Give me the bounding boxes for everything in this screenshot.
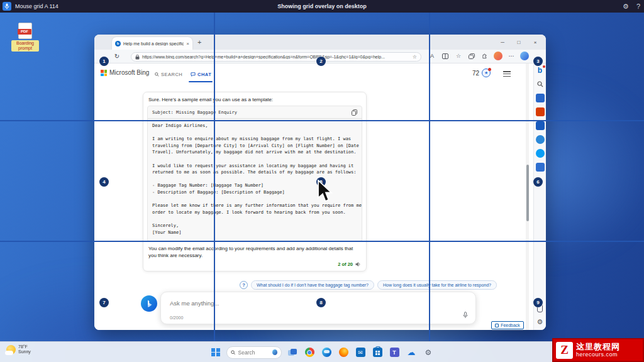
bing-chat-page: Microsoft Bing SEARCH CHAT 72 ★ Sure (94, 63, 533, 330)
watermark-site-name: 这里教程网 (576, 342, 620, 351)
tab-close-icon[interactable]: × (186, 41, 189, 47)
split-screen-icon[interactable] (441, 52, 450, 60)
site-watermark: Z 这里教程网 herecours.com (552, 338, 644, 362)
grid-cell-badge: 1 (99, 57, 109, 66)
input-mic-icon[interactable] (463, 312, 468, 319)
chat-input[interactable] (170, 300, 371, 307)
close-button[interactable]: × (527, 35, 543, 50)
contacts-icon[interactable] (536, 121, 545, 130)
help-circle-icon[interactable]: ? (240, 281, 248, 289)
taskbar-search-input[interactable] (238, 349, 270, 356)
tab-title: Help me build a design specificat... (123, 41, 184, 46)
help-icon[interactable]: ? (636, 3, 640, 11)
response-page-indicator: 2 of 20 (338, 261, 353, 267)
grid-line-vertical (429, 13, 430, 341)
grid-cell-badge: 3 (533, 57, 543, 66)
hamburger-menu-icon[interactable] (503, 71, 511, 77)
browser-titlebar[interactable]: b Help me build a design specificat... ×… (94, 35, 546, 50)
page-scrollbar[interactable] (526, 63, 529, 330)
watermark-logo: Z (556, 342, 573, 359)
suggestion-chip[interactable]: How long does it usually take for the ai… (377, 280, 497, 290)
bing-chat-icon[interactable]: b (536, 66, 545, 75)
weather-condition: Sunny (18, 349, 31, 354)
scrollbar-thumb[interactable] (526, 165, 529, 221)
collections-app-icon[interactable] (536, 149, 545, 158)
copilot-icon[interactable] (520, 52, 529, 60)
watermark-site-url: herecours.com (576, 351, 620, 358)
shopping-icon[interactable] (536, 94, 545, 102)
chat-tab-underline (189, 81, 213, 82)
browser-tab[interactable]: b Help me build a design specificat... × (112, 37, 192, 50)
bing-header: Microsoft Bing SEARCH CHAT 72 ★ (94, 63, 533, 84)
desktop-icon-label: Boarding prompt (11, 40, 39, 52)
tab-chat[interactable]: CHAT (191, 72, 211, 77)
favorites-icon[interactable]: ☆ (454, 52, 463, 60)
teams-icon[interactable]: T (388, 346, 401, 359)
mouse-cursor (316, 180, 334, 204)
desktop-screen: Mouse grid A 114 Showing grid overlay on… (0, 0, 644, 362)
answer-outro-text: You can modify the email according to yo… (148, 245, 361, 259)
bing-brand[interactable]: Microsoft Bing (109, 69, 149, 76)
pdf-file-icon: PDF (18, 23, 32, 39)
grid-tool-bar: Mouse grid A 114 Showing grid overlay on… (0, 0, 644, 13)
weather-temp: 78°F (18, 344, 31, 349)
microsoft-365-icon[interactable] (536, 107, 545, 116)
microsoft-logo-icon (101, 70, 107, 76)
new-tab-button[interactable]: + (197, 38, 201, 46)
sidebar-search-icon[interactable] (536, 80, 545, 89)
copilot-app-icon[interactable] (536, 135, 545, 144)
favorite-star-icon[interactable]: ☆ (413, 54, 417, 60)
task-view-icon[interactable] (286, 346, 299, 359)
bing-chat-avatar (141, 295, 157, 312)
grid-cell-badge: 2 (316, 57, 326, 66)
feedback-icon (495, 324, 499, 327)
char-counter: 0/2000 (170, 315, 183, 320)
bing-favicon: b (115, 41, 121, 47)
start-button[interactable] (209, 346, 222, 359)
edge-sidebar: b + ⚙ (533, 63, 546, 330)
grid-cell-badge: 9 (533, 298, 543, 307)
suggestion-chip[interactable]: What should I do if I don't have the bag… (251, 280, 374, 290)
maximize-button[interactable]: □ (511, 35, 527, 50)
copy-icon[interactable] (352, 109, 357, 116)
search-highlight-icon (272, 349, 277, 355)
sidebar-settings-icon[interactable]: ⚙ (536, 317, 545, 326)
chrome-icon[interactable] (303, 346, 316, 359)
refresh-button[interactable]: ↻ (111, 53, 123, 60)
grid-line-horizontal (0, 120, 644, 121)
grid-line-horizontal (0, 241, 644, 242)
pdf-badge: PDF (18, 29, 31, 35)
onedrive-icon[interactable]: ☁ (405, 346, 418, 359)
mail-icon[interactable]: ✉ (354, 346, 367, 359)
collections-icon[interactable] (467, 52, 476, 60)
grid-cell-badge: 8 (316, 298, 326, 307)
read-aloud-speaker-icon[interactable] (355, 261, 361, 267)
weather-widget[interactable]: 78°F Sunny (6, 344, 31, 354)
grid-line-vertical (214, 13, 215, 341)
address-bar[interactable]: https://www.bing.com/search?q=Help+me+bu… (131, 52, 421, 62)
feedback-button[interactable]: Feedback (491, 321, 524, 329)
tab-search[interactable]: SEARCH (155, 72, 182, 77)
suggestion-chips-row: ? What should I do if I don't have the b… (240, 280, 497, 290)
settings-gear-icon[interactable]: ⚙ (623, 3, 629, 11)
extensions-puzzle-icon[interactable] (480, 52, 489, 60)
email-subject-line: Subject: Missing Baggage Enquiry (152, 110, 352, 115)
store-icon[interactable] (371, 346, 384, 359)
games-icon[interactable] (536, 163, 545, 172)
desktop-pdf-shortcut[interactable]: PDF Boarding prompt (11, 23, 39, 52)
url-text: https://www.bing.com/search?q=Help+me+bu… (142, 55, 410, 59)
profile-avatar[interactable] (494, 52, 502, 60)
rewards-medal-icon: ★ (482, 69, 491, 77)
answer-intro-text: Sure. Here's a sample email you can use … (148, 97, 361, 102)
minimize-button[interactable]: ─ (494, 35, 511, 50)
more-menu-icon[interactable]: ⋯ (507, 52, 516, 60)
lock-icon (135, 55, 140, 60)
weather-sun-icon (6, 345, 16, 354)
firefox-icon[interactable] (337, 346, 350, 359)
taskbar-search-box[interactable] (226, 346, 282, 359)
settings-icon[interactable]: ⚙ (422, 346, 435, 359)
edge-icon[interactable] (320, 346, 333, 359)
rewards-counter[interactable]: 72 ★ (472, 69, 491, 77)
email-code-block: Subject: Missing Baggage Enquiry Dear In… (147, 106, 362, 242)
grid-cell-badge: 6 (533, 177, 543, 187)
